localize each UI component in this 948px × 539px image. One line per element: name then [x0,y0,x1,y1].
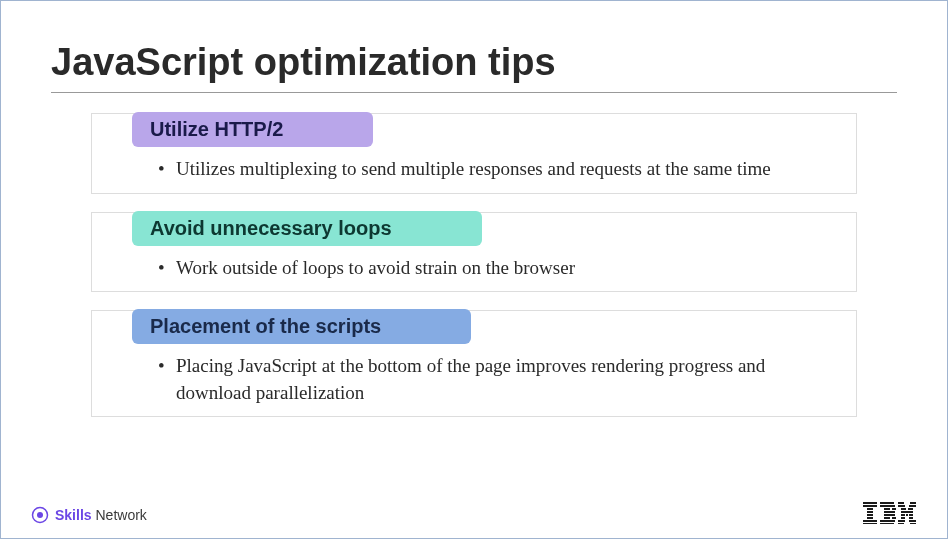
svg-rect-7 [867,517,873,519]
svg-rect-10 [880,502,894,504]
skills-network-icon [31,506,49,524]
slide-footer: Skills Network [1,502,947,528]
svg-rect-21 [910,502,916,504]
svg-rect-25 [908,508,913,510]
svg-rect-8 [863,520,877,522]
svg-rect-6 [867,514,873,516]
svg-rect-18 [880,520,895,522]
svg-rect-19 [880,523,894,524]
title-underline [51,92,897,93]
svg-rect-17 [892,517,896,519]
tip-content-2: Work outside of loops to avoid strain on… [122,255,826,282]
svg-rect-30 [901,517,905,519]
svg-rect-20 [898,502,904,504]
svg-rect-23 [909,505,916,507]
tip-heading-2: Avoid unnecessary loops [132,211,482,246]
svg-rect-4 [867,508,873,510]
tip-bullet: Work outside of loops to avoid strain on… [158,255,826,282]
svg-rect-9 [863,523,877,524]
ibm-logo [863,502,917,528]
tip-content-1: Utilizes multiplexing to send multiple r… [122,156,826,183]
svg-rect-13 [892,508,896,510]
slide-title: JavaScript optimization tips [51,41,897,84]
svg-rect-14 [884,511,895,513]
svg-rect-31 [909,517,913,519]
tip-box-3: Placement of the scripts Placing JavaScr… [91,310,857,417]
svg-rect-32 [898,520,905,522]
svg-rect-35 [910,523,916,524]
svg-rect-29 [909,514,913,516]
tip-box-1: Utilize HTTP/2 Utilizes multiplexing to … [91,113,857,194]
svg-rect-3 [863,505,877,507]
svg-rect-12 [884,508,890,510]
svg-rect-33 [909,520,916,522]
svg-point-1 [37,512,43,518]
svg-rect-34 [898,523,904,524]
svg-rect-2 [863,502,877,504]
tip-heading-3: Placement of the scripts [132,309,471,344]
svg-rect-22 [898,505,905,507]
svg-rect-28 [906,514,908,516]
svg-rect-27 [901,514,905,516]
tip-bullet: Utilizes multiplexing to send multiple r… [158,156,826,183]
skills-network-text: Skills Network [55,507,147,523]
svg-rect-16 [884,517,890,519]
tip-box-2: Avoid unnecessary loops Work outside of … [91,212,857,293]
tip-heading-1: Utilize HTTP/2 [132,112,373,147]
svg-rect-11 [880,505,895,507]
skills-network-logo: Skills Network [31,506,147,524]
svg-rect-5 [867,511,873,513]
tip-bullet: Placing JavaScript at the bottom of the … [158,353,826,406]
tip-content-3: Placing JavaScript at the bottom of the … [122,353,826,406]
svg-rect-26 [901,511,913,513]
svg-rect-24 [901,508,906,510]
svg-rect-15 [884,514,895,516]
slide: JavaScript optimization tips Utilize HTT… [1,1,947,538]
